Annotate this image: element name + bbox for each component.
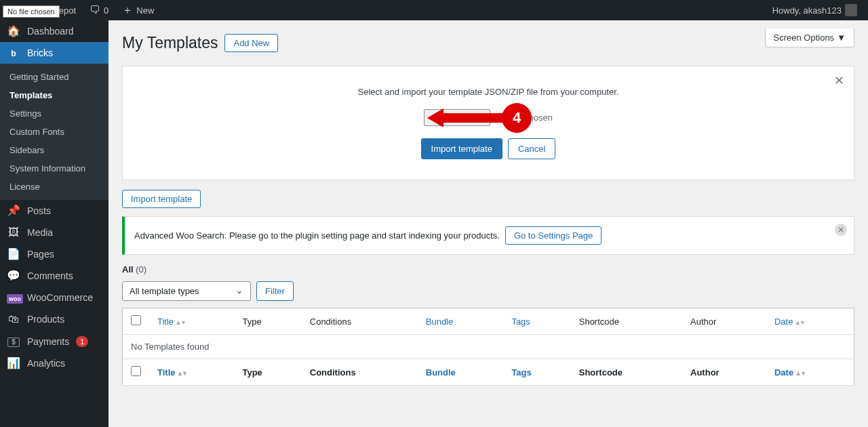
menu-media-label: Media: [27, 227, 53, 238]
col-tags-f[interactable]: Tags: [503, 359, 570, 386]
col-type: Type: [234, 308, 301, 335]
bricks-icon: b: [7, 47, 20, 58]
main-content: Screen Options ▼ My Templates Add New ✕ …: [108, 20, 868, 399]
menu-payments-label: Payments: [27, 336, 69, 347]
menu-dashboard[interactable]: 🏠 Dashboard: [0, 20, 108, 42]
page-title: My Templates: [122, 34, 218, 52]
menu-pages-label: Pages: [27, 249, 54, 260]
table-row-empty: No Templates found: [123, 335, 854, 359]
woo-icon: woo: [7, 292, 20, 303]
avatar-icon: [845, 4, 857, 16]
admin-bar: cks Home Depot 🗨 0 ＋ New Howdy, akash123…: [0, 0, 868, 20]
choose-files-button[interactable]: Choose files: [424, 109, 490, 126]
menu-analytics-label: Analytics: [27, 358, 65, 369]
import-template-link[interactable]: Import template: [122, 190, 201, 208]
sort-icon: ▲▾: [175, 319, 185, 326]
menu-products-label: Products: [27, 314, 64, 325]
submenu-settings[interactable]: Settings: [0, 104, 108, 123]
all-count: (0): [136, 264, 146, 274]
comment-icon: 🗨: [90, 5, 100, 16]
no-templates-text: No Templates found: [123, 335, 854, 359]
sort-icon: ▲▾: [177, 369, 187, 377]
file-tooltip: No file chosen: [3, 5, 60, 18]
cancel-button[interactable]: Cancel: [508, 138, 555, 159]
menu-comments[interactable]: 💬 Comments: [0, 265, 108, 287]
select-all-bottom[interactable]: [131, 366, 141, 376]
comments-item[interactable]: 🗨 0: [84, 0, 114, 20]
menu-posts-label: Posts: [27, 205, 51, 216]
col-date[interactable]: Date▲▾: [766, 308, 854, 335]
menu-woocommerce[interactable]: woo WooCommerce: [0, 287, 108, 308]
sort-icon: ▲▾: [795, 369, 805, 377]
howdy-text: Howdy, akash123: [772, 5, 842, 16]
menu-media[interactable]: 🖼 Media: [0, 222, 108, 243]
payments-icon: $: [7, 336, 20, 347]
submenu-custom-fonts[interactable]: Custom Fonts: [0, 123, 108, 141]
plus-icon: ＋: [122, 5, 133, 16]
submenu-license[interactable]: License: [0, 178, 108, 196]
close-icon[interactable]: ✕: [834, 73, 844, 88]
payments-badge: 1: [76, 336, 88, 347]
new-label: New: [136, 5, 154, 16]
menu-woo-label: WooCommerce: [27, 292, 93, 303]
col-title[interactable]: Title▲▾: [149, 308, 234, 335]
menu-pages[interactable]: 📄 Pages: [0, 243, 108, 265]
screen-options-button[interactable]: Screen Options ▼: [765, 28, 854, 47]
col-shortcode: Shortcode: [571, 308, 682, 335]
menu-posts[interactable]: 📌 Posts: [0, 200, 108, 222]
menu-bricks-label: Bricks: [27, 47, 53, 58]
all-link[interactable]: All: [122, 264, 134, 274]
admin-sidebar: 🏠 Dashboard b Bricks Getting Started Tem…: [0, 20, 108, 427]
submenu-system-info[interactable]: System Information: [0, 159, 108, 178]
new-item[interactable]: ＋ New: [117, 0, 159, 20]
no-file-text: No file chosen: [497, 113, 553, 123]
template-type-select[interactable]: All template types: [122, 281, 251, 301]
col-bundle-f[interactable]: Bundle: [418, 359, 504, 386]
import-panel: ✕ Select and import your template JSON/Z…: [122, 66, 854, 180]
menu-payments[interactable]: $ Payments 1: [0, 330, 108, 352]
select-all-top[interactable]: [131, 315, 141, 325]
col-author-f: Author: [682, 359, 766, 386]
notice-text: Advanced Woo Search: Please go to the pl…: [134, 230, 500, 241]
col-shortcode-f: Shortcode: [571, 359, 682, 386]
chevron-down-icon: ▼: [837, 33, 846, 43]
submenu-getting-started[interactable]: Getting Started: [0, 68, 108, 86]
subsubsub: All (0): [122, 264, 854, 274]
screen-options-label: Screen Options: [774, 33, 835, 43]
page-icon: 📄: [7, 249, 20, 260]
notice-aws: Advanced Woo Search: Please go to the pl…: [122, 216, 854, 255]
col-type-f: Type: [234, 359, 301, 386]
submenu-templates[interactable]: Templates: [0, 86, 108, 104]
go-settings-button[interactable]: Go to Settings Page: [505, 226, 601, 245]
howdy-item[interactable]: Howdy, akash123: [767, 0, 863, 20]
menu-comments-label: Comments: [27, 270, 73, 281]
bricks-submenu: Getting Started Templates Settings Custo…: [0, 64, 108, 200]
col-bundle[interactable]: Bundle: [418, 308, 504, 335]
add-new-button[interactable]: Add New: [224, 34, 278, 52]
pin-icon: 📌: [7, 205, 20, 216]
analytics-icon: 📊: [7, 358, 20, 369]
col-conditions-f: Conditions: [302, 359, 418, 386]
dismiss-icon[interactable]: ✕: [835, 224, 847, 236]
sort-icon: ▲▾: [794, 319, 804, 326]
menu-analytics[interactable]: 📊 Analytics: [0, 352, 108, 374]
col-tags[interactable]: Tags: [503, 308, 570, 335]
media-icon: 🖼: [7, 227, 20, 238]
menu-products[interactable]: 🛍 Products: [0, 308, 108, 330]
menu-bricks[interactable]: b Bricks: [0, 42, 108, 64]
dashboard-icon: 🏠: [7, 26, 20, 37]
templates-table: Title▲▾ Type Conditions Bundle Tags Shor…: [122, 308, 854, 386]
import-template-button[interactable]: Import template: [421, 138, 502, 159]
comments-count: 0: [104, 5, 108, 16]
col-title-f[interactable]: Title▲▾: [149, 359, 234, 386]
products-icon: 🛍: [7, 314, 20, 325]
filter-button[interactable]: Filter: [256, 281, 294, 301]
import-message: Select and import your template JSON/ZIP…: [136, 87, 840, 97]
submenu-sidebars[interactable]: Sidebars: [0, 141, 108, 159]
col-author: Author: [682, 308, 766, 335]
menu-dashboard-label: Dashboard: [27, 26, 74, 37]
col-date-f[interactable]: Date▲▾: [766, 359, 854, 386]
comments-icon: 💬: [7, 270, 20, 281]
col-conditions: Conditions: [302, 308, 418, 335]
